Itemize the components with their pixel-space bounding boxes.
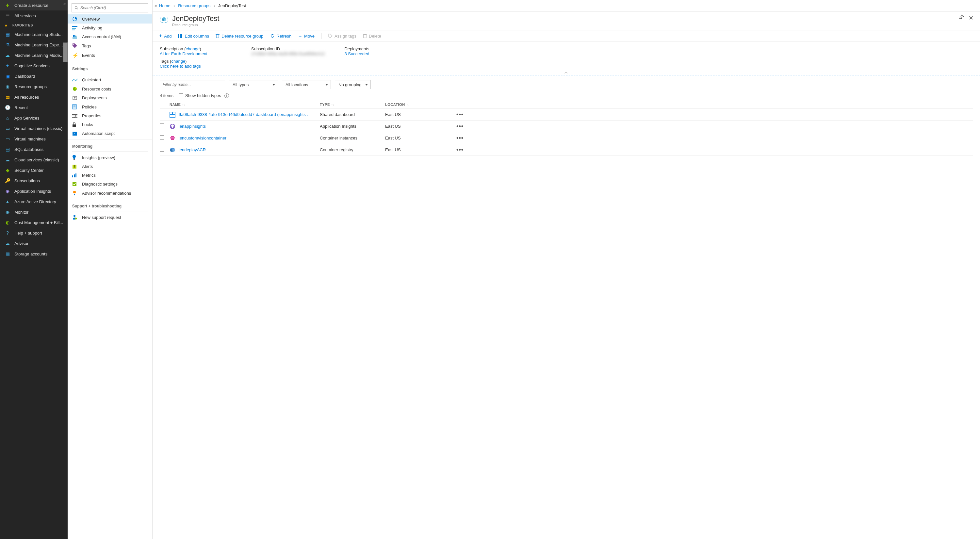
move-button[interactable]: → Move xyxy=(298,33,315,38)
row-context-menu[interactable]: ••• xyxy=(450,111,463,118)
sidebar-item[interactable]: ▦ Storage accounts xyxy=(0,249,68,259)
delete-button[interactable]: Delete xyxy=(363,33,381,38)
svg-rect-51 xyxy=(171,136,174,140)
service-icon: ? xyxy=(5,230,10,236)
sidebar-item[interactable]: ⌂ App Services xyxy=(0,113,68,123)
menu-item[interactable]: Policies xyxy=(68,102,152,111)
menu-item[interactable]: Overview xyxy=(68,14,152,24)
assign-tags-button[interactable]: Assign tags xyxy=(328,33,356,38)
sidebar-item-label: Azure Active Directory xyxy=(14,199,56,204)
menu-item[interactable]: + New support request xyxy=(68,213,152,222)
crumb-resource-groups[interactable]: Resource groups xyxy=(178,3,210,8)
resource-type-icon xyxy=(170,147,175,153)
all-services[interactable]: ☰ All services xyxy=(0,10,68,21)
row-context-menu[interactable]: ••• xyxy=(450,135,463,142)
menu-item[interactable]: Locks xyxy=(68,120,152,129)
menu-item[interactable]: Insights (preview) xyxy=(68,153,152,162)
filter-name-input[interactable] xyxy=(160,80,225,89)
resource-name-link[interactable]: 9a09afc5-9338-4afe-913e-f46d9afccdd7-das… xyxy=(170,112,320,118)
refresh-button[interactable]: Refresh xyxy=(270,33,292,38)
add-button[interactable]: + Add xyxy=(159,33,172,39)
sidebar-collapse-icon[interactable]: « xyxy=(64,1,66,6)
sidebar-scrollbar[interactable] xyxy=(63,43,68,62)
create-resource[interactable]: + Create a resource xyxy=(0,0,68,10)
row-checkbox[interactable] xyxy=(160,124,164,128)
menu-item[interactable]: ⚡ Events xyxy=(68,50,152,60)
filter-locations-dropdown[interactable]: All locations xyxy=(282,80,331,89)
row-context-menu[interactable]: ••• xyxy=(450,123,463,130)
menu-item[interactable]: Activity log xyxy=(68,24,152,32)
menu-item[interactable]: Access control (IAM) xyxy=(68,32,152,41)
close-icon[interactable]: ✕ xyxy=(969,14,974,22)
menu-item[interactable]: Metrics xyxy=(68,171,152,180)
info-icon[interactable]: i xyxy=(224,94,229,98)
menu-item[interactable]: Advisor recommendations xyxy=(68,189,152,198)
menu-item-icon xyxy=(72,104,79,110)
menu-search-input[interactable] xyxy=(80,6,145,10)
menu-item[interactable]: Resource costs xyxy=(68,84,152,94)
menu-collapse-icon[interactable]: « xyxy=(154,3,157,8)
menu-item[interactable]: >_ Automation script xyxy=(68,129,152,138)
crumb-home[interactable]: Home xyxy=(159,3,170,8)
menu-item-label: Resource costs xyxy=(82,87,111,91)
sidebar-item[interactable]: ▦ Machine Learning Studi... xyxy=(0,29,68,40)
change-subscription-link[interactable]: change xyxy=(186,46,200,51)
col-location[interactable]: LOCATION↑↓ xyxy=(385,103,450,107)
arrow-right-icon: → xyxy=(298,33,302,38)
sidebar-item[interactable]: ▭ Virtual machines (classic) xyxy=(0,123,68,134)
row-checkbox[interactable] xyxy=(160,147,164,151)
add-tags-link[interactable]: Click here to add tags xyxy=(160,64,973,68)
menu-item[interactable]: Deployments xyxy=(68,94,152,102)
resource-name-link[interactable]: jencustomvisioncontainer xyxy=(170,135,320,141)
col-name[interactable]: NAME↑↓ xyxy=(170,103,320,107)
sidebar-item[interactable]: ? Help + support xyxy=(0,228,68,238)
sidebar-item[interactable]: ☁ Cloud services (classic) xyxy=(0,154,68,165)
sidebar-item[interactable]: ☁ Advisor xyxy=(0,238,68,249)
subscription-value[interactable]: AI for Earth Development xyxy=(160,51,232,56)
sidebar-item[interactable]: ◉ Application Insights xyxy=(0,186,68,196)
row-checkbox[interactable] xyxy=(160,135,164,140)
row-context-menu[interactable]: ••• xyxy=(450,146,463,153)
menu-item[interactable]: Properties xyxy=(68,111,152,120)
sidebar-item[interactable]: ◉ Monitor xyxy=(0,207,68,217)
service-icon: ☁ xyxy=(5,240,10,246)
menu-item[interactable]: ! Alerts xyxy=(68,162,152,171)
svg-rect-37 xyxy=(178,34,179,38)
change-tags-link[interactable]: change xyxy=(171,59,185,64)
table-row: jenappinsights Application Insights East… xyxy=(160,121,973,132)
show-hidden-checkbox[interactable] xyxy=(179,94,183,98)
pin-icon[interactable] xyxy=(959,14,964,22)
resource-name-link[interactable]: jendeployACR xyxy=(170,147,320,153)
sidebar-item[interactable]: ◆ Security Center xyxy=(0,165,68,175)
menu-item[interactable]: Diagnostic settings xyxy=(68,180,152,189)
sidebar-item[interactable]: ▦ All resources xyxy=(0,92,68,102)
deployments-value[interactable]: 3 Succeeded xyxy=(345,51,417,56)
breadcrumb: Home › Resource groups › JenDeployTest xyxy=(153,0,980,12)
sidebar-item[interactable]: ▤ SQL databases xyxy=(0,144,68,154)
col-type[interactable]: TYPE↑↓ xyxy=(320,103,385,107)
resource-name-link[interactable]: jenappinsights xyxy=(170,124,320,129)
essentials-collapse-icon[interactable]: ︽ xyxy=(160,70,973,75)
sidebar-item[interactable]: 🕐 Recent xyxy=(0,102,68,113)
menu-item[interactable]: Quickstart xyxy=(68,75,152,84)
service-icon: ☁ xyxy=(5,52,10,58)
sidebar-item[interactable]: ▭ Virtual machines xyxy=(0,134,68,144)
row-checkbox[interactable] xyxy=(160,112,164,116)
sidebar-item[interactable]: ▣ Dashboard xyxy=(0,71,68,81)
resource-location: East US xyxy=(385,135,450,140)
menu-search[interactable] xyxy=(72,3,148,13)
sidebar-item[interactable]: 🔑 Subscriptions xyxy=(0,175,68,186)
sidebar-item[interactable]: ▲ Azure Active Directory xyxy=(0,196,68,207)
sidebar-item[interactable]: ◐ Cost Management + Bill... xyxy=(0,217,68,228)
menu-item[interactable]: Tags xyxy=(68,41,152,50)
sidebar-item[interactable]: ☁ Machine Learning Mode... xyxy=(0,50,68,60)
grouping-dropdown[interactable]: No grouping xyxy=(335,80,371,89)
delete-rg-button[interactable]: Delete resource group xyxy=(216,33,264,38)
resource-type-icon xyxy=(170,112,175,118)
sidebar-item[interactable]: ✦ Cognitive Services xyxy=(0,60,68,71)
edit-columns-button[interactable]: Edit columns xyxy=(178,33,209,38)
sidebar-item[interactable]: ⚗ Machine Learning Experi... xyxy=(0,40,68,50)
menu-item-label: Properties xyxy=(82,113,101,118)
sidebar-item[interactable]: ◉ Resource groups xyxy=(0,81,68,92)
filter-types-dropdown[interactable]: All types xyxy=(229,80,278,89)
